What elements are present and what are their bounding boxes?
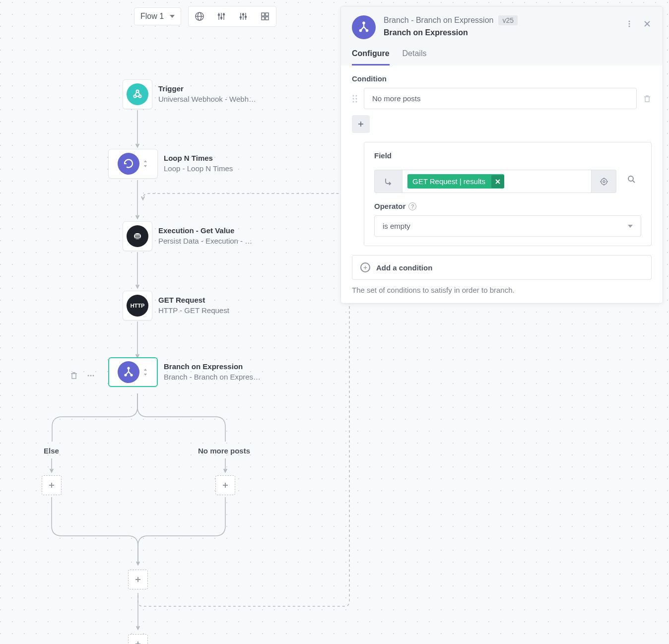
trigger-node-text: Trigger Universal Webhook - Webhook <box>158 79 258 103</box>
node-title: Loop N Times <box>164 154 233 162</box>
add-step-else[interactable] <box>42 475 62 495</box>
operator-select[interactable]: is empty <box>374 215 641 237</box>
node-title: Branch on Expression <box>164 362 263 371</box>
get-node-text: GET Request HTTP - GET Request <box>158 291 229 315</box>
add-condition-text: Add a condition <box>376 263 432 272</box>
svg-rect-23 <box>266 13 268 16</box>
close-icon[interactable] <box>643 19 652 28</box>
panel-body: Condition No more posts Field <box>341 65 663 303</box>
svg-point-33 <box>88 375 89 377</box>
loop-node[interactable]: Loop N Times Loop - Loop N Times <box>108 149 233 179</box>
field-path-icon[interactable] <box>374 170 402 193</box>
add-condition-button[interactable]: + Add a condition <box>352 255 652 280</box>
operator-value: is empty <box>383 222 410 230</box>
node-title: Trigger <box>158 84 258 93</box>
field-value-input[interactable]: GET Request | results <box>402 170 592 193</box>
panel-tabs: Configure Details <box>352 49 652 65</box>
webhook-icon <box>127 83 148 105</box>
data-icon <box>127 225 148 247</box>
svg-rect-24 <box>262 17 265 20</box>
svg-point-26 <box>134 95 136 98</box>
trigger-node-box <box>123 79 152 109</box>
svg-point-14 <box>221 17 222 19</box>
panel-header: Branch - Branch on Expression v25 Branch… <box>341 6 663 65</box>
svg-point-50 <box>629 21 630 22</box>
svg-point-60 <box>356 101 357 102</box>
svg-point-57 <box>353 98 354 99</box>
help-icon[interactable]: ? <box>408 202 416 210</box>
toolbar: Flow 1 <box>134 6 276 27</box>
condition-row: No more posts <box>352 88 652 109</box>
svg-rect-32 <box>135 238 140 239</box>
add-step-merge[interactable] <box>128 570 148 589</box>
svg-point-49 <box>366 30 368 31</box>
http-icon: HTTP <box>127 295 148 317</box>
svg-point-47 <box>363 22 364 24</box>
tab-configure[interactable]: Configure <box>352 49 390 65</box>
svg-point-27 <box>139 95 141 98</box>
node-subtitle: Universal Webhook - Webhook <box>158 95 258 103</box>
svg-point-20 <box>243 14 244 15</box>
branch-nomore-label: No more posts <box>198 447 250 455</box>
trigger-node[interactable]: Trigger Universal Webhook - Webhook <box>123 79 258 109</box>
branch-node-text: Branch on Expression Branch - Branch on … <box>164 357 263 381</box>
svg-point-37 <box>125 375 127 376</box>
svg-point-71 <box>628 176 633 181</box>
chip-remove-icon[interactable] <box>491 175 504 188</box>
svg-point-34 <box>90 375 92 377</box>
add-step-nomore[interactable] <box>215 475 235 495</box>
svg-point-19 <box>240 17 242 18</box>
svg-point-35 <box>93 375 94 377</box>
field-label: Field <box>374 151 641 160</box>
field-search-icon[interactable] <box>621 165 641 193</box>
tool-icon-group <box>188 6 276 27</box>
exec-node[interactable]: Execution - Get Value Persist Data - Exe… <box>123 221 258 251</box>
add-step-after-loop[interactable] <box>128 634 148 644</box>
branch-else-label: Else <box>44 447 59 455</box>
panel-breadcrumb: Branch - Branch on Expression v25 <box>384 15 617 25</box>
svg-rect-25 <box>266 17 268 20</box>
branch-icon <box>352 15 376 39</box>
chip-text: GET Request | results <box>412 177 485 186</box>
branch-node[interactable]: Branch on Expression Branch - Branch on … <box>108 357 263 387</box>
condition-name-input[interactable]: No more posts <box>364 88 637 109</box>
loop-icon <box>118 153 139 175</box>
grid-icon-button[interactable] <box>254 6 276 26</box>
get-node[interactable]: HTTP GET Request HTTP - GET Request <box>123 291 229 321</box>
flow-selector[interactable]: Flow 1 <box>134 7 181 25</box>
branch-icon <box>118 361 139 383</box>
version-badge: v25 <box>498 15 518 25</box>
node-title: Execution - Get Value <box>158 226 258 235</box>
field-source-chip: GET Request | results <box>407 174 504 189</box>
svg-point-52 <box>629 26 630 27</box>
svg-point-51 <box>629 23 630 25</box>
more-icon[interactable] <box>86 371 95 380</box>
flow-label: Flow 1 <box>140 12 164 21</box>
svg-point-28 <box>136 90 139 93</box>
tab-details[interactable]: Details <box>402 49 427 65</box>
branch-node-box <box>108 357 158 387</box>
panel-title: Branch on Expression <box>384 28 617 37</box>
svg-point-21 <box>245 16 247 18</box>
globe-icon-button[interactable] <box>189 6 210 26</box>
delete-condition-icon[interactable] <box>643 94 652 103</box>
operator-label-row: Operator ? <box>374 202 641 210</box>
breadcrumb-text: Branch - Branch on Expression <box>384 16 493 25</box>
more-icon[interactable] <box>625 19 634 28</box>
chevron-down-icon <box>170 15 175 18</box>
sliders-icon-button[interactable] <box>210 6 232 26</box>
svg-point-55 <box>353 95 354 96</box>
node-side-controls <box>69 371 95 380</box>
field-config-box: Field GET Request | results <box>364 142 652 246</box>
sliders-alt-icon-button[interactable] <box>232 6 254 26</box>
exec-node-box <box>123 221 152 251</box>
svg-point-59 <box>353 101 354 102</box>
field-target-icon[interactable] <box>592 170 616 193</box>
drag-handle-icon[interactable] <box>352 94 358 103</box>
delete-icon[interactable] <box>69 371 78 380</box>
add-condition-small-button[interactable] <box>352 115 370 133</box>
get-node-box: HTTP <box>123 291 152 321</box>
help-text: The set of conditions to satisfy in orde… <box>352 286 652 294</box>
svg-line-72 <box>633 181 635 183</box>
svg-point-13 <box>218 14 220 16</box>
